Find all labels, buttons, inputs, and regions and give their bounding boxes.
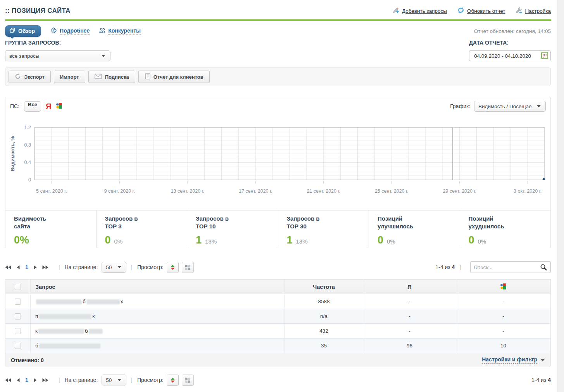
chevron-down-icon: [117, 266, 121, 268]
tab-competitors[interactable]: Конкуренты: [99, 27, 141, 35]
green-divider: [5, 19, 551, 21]
queries-table: Запрос Частота Я бх 8588 - - пк n/a - -: [5, 279, 551, 353]
yandex-position-cell: -: [363, 324, 456, 338]
query-cell-redacted: кб: [31, 324, 285, 338]
scrollbar-track[interactable]: [557, 0, 564, 392]
first-page-button[interactable]: [5, 265, 11, 269]
grid-view-button[interactable]: [182, 375, 194, 386]
table-row[interactable]: кб 432 - -: [5, 324, 551, 338]
pages-icon: [10, 28, 15, 34]
per-page-select[interactable]: 50: [102, 262, 126, 273]
svg-text:25 сент. 2020 г.: 25 сент. 2020 г.: [375, 188, 409, 194]
se-all-button[interactable]: Все: [24, 101, 41, 112]
pager-bottom: 1 | На странице: 50 | Просмотр: 1-4 из 4: [5, 374, 551, 386]
report-updated-text: Отчет обновлен: сегодня, 14:05: [474, 28, 551, 34]
svg-text:3 окт. 2020 г.: 3 окт. 2020 г.: [514, 188, 542, 194]
subscribe-button[interactable]: Подписка: [88, 71, 135, 83]
pencil-add-icon: [392, 7, 399, 15]
grid-icon: [185, 378, 190, 383]
table-row[interactable]: бх 8588 - -: [5, 294, 551, 309]
stat-top3: Запросов вТОР 3 00%: [96, 211, 187, 248]
refresh-report-link[interactable]: Обновить отчет: [457, 7, 505, 15]
stats-row: Видимостьсайта 0% Запросов вТОР 3 00% За…: [5, 210, 550, 248]
date-range-input[interactable]: 04.09.2020 - 04.10.2020: [469, 50, 551, 61]
row-checkbox[interactable]: [15, 328, 21, 334]
grid-icon: [185, 265, 190, 270]
page-number[interactable]: 1: [25, 377, 28, 383]
up-down-arrows-icon: [170, 264, 175, 270]
query-group-label: ГРУППА ЗАПРОСОВ:: [5, 40, 110, 47]
table-header-row: Запрос Частота Я: [5, 280, 551, 294]
query-cell-redacted: пк: [31, 309, 285, 324]
query-column-header[interactable]: Запрос: [31, 280, 285, 294]
google-position-cell: -: [456, 324, 551, 338]
content: :: ПОЗИЦИЯ САЙТА Добавить запросы Обнови…: [5, 0, 551, 386]
query-cell-redacted: б: [31, 338, 285, 353]
wrench-icon: [516, 7, 523, 15]
tab-overview[interactable]: Обзор: [5, 25, 41, 37]
people-icon: [99, 27, 105, 35]
page: :: ПОЗИЦИЯ САЙТА Добавить запросы Обнови…: [0, 0, 564, 392]
per-page-select[interactable]: 50: [102, 375, 126, 385]
pager-top: 1 | На странице: 50 | Просмотр: 1-4 из 4…: [5, 261, 551, 273]
query-group-select[interactable]: все запросы: [5, 50, 110, 61]
google-column-header[interactable]: [456, 280, 551, 294]
frequency-column-header[interactable]: Частота: [285, 280, 363, 294]
diamond-chevron-icon: [50, 27, 57, 35]
chart-panel-head: ПС: Все Я График: Видимость / Посещаемо: [5, 97, 550, 115]
google-icon[interactable]: [56, 102, 62, 110]
table-row[interactable]: б 35 96 10: [5, 338, 551, 353]
refresh-icon: [457, 7, 464, 15]
visibility-chart[interactable]: 5 сент. 2020 г.9 сент. 2020 г.13 сент. 2…: [5, 115, 550, 210]
settings-filter-link[interactable]: Настройки и фильтр: [482, 356, 545, 364]
stat-visibility: Видимостьсайта 0%: [5, 211, 96, 248]
filters-row: ГРУППА ЗАПРОСОВ: все запросы ДАТА ОТЧЕТА…: [5, 40, 551, 61]
sort-view-button[interactable]: [167, 375, 179, 386]
export-refresh-icon: [15, 73, 21, 81]
select-all-checkbox[interactable]: [15, 284, 21, 290]
last-page-button[interactable]: [42, 265, 48, 269]
table-row[interactable]: пк n/a - -: [5, 309, 551, 324]
yandex-position-cell: -: [363, 294, 456, 309]
yandex-column-header[interactable]: Я: [363, 280, 456, 294]
tab-details[interactable]: Подробнее: [50, 27, 90, 35]
search-input[interactable]: [471, 262, 536, 272]
header: :: ПОЗИЦИЯ САЙТА Добавить запросы Обнови…: [5, 4, 551, 18]
row-checkbox[interactable]: [15, 343, 21, 349]
calendar-icon[interactable]: [541, 52, 548, 60]
page-title: :: ПОЗИЦИЯ САЙТА: [5, 7, 71, 15]
google-position-cell: -: [456, 294, 551, 309]
client-report-button[interactable]: Отчет для клиентов: [138, 71, 210, 83]
frequency-cell: 8588: [285, 294, 363, 309]
svg-text:5 сент. 2020 г.: 5 сент. 2020 г.: [36, 188, 67, 194]
page-number[interactable]: 1: [25, 264, 28, 270]
next-page-button[interactable]: [34, 378, 37, 382]
prev-page-button[interactable]: [17, 265, 20, 269]
per-page-label: На странице:: [64, 377, 98, 383]
first-page-button[interactable]: [5, 378, 11, 382]
graph-type-select[interactable]: Видимость / Посещаемо: [474, 101, 546, 112]
settings-link[interactable]: Настройка: [516, 7, 551, 15]
export-button[interactable]: Экспорт: [9, 71, 51, 83]
result-range: 1-4 из 4: [435, 264, 455, 270]
query-cell-redacted: бх: [31, 294, 285, 309]
last-page-button[interactable]: [42, 378, 48, 382]
chevron-down-icon: [102, 55, 105, 57]
grid-view-button[interactable]: [182, 262, 194, 273]
add-queries-link[interactable]: Добавить запросы: [392, 7, 447, 15]
row-checkbox[interactable]: [15, 313, 21, 319]
svg-text:29 сент. 2020 г.: 29 сент. 2020 г.: [443, 188, 476, 194]
next-page-button[interactable]: [34, 265, 37, 269]
document-icon: [145, 73, 150, 81]
envelope-icon: [95, 74, 102, 80]
search-icon[interactable]: [536, 262, 550, 273]
yandex-position-cell: -: [363, 309, 456, 324]
import-button[interactable]: Импорт: [54, 71, 85, 83]
sort-view-button[interactable]: [167, 262, 179, 273]
google-position-cell: 10: [456, 338, 551, 353]
prev-page-button[interactable]: [17, 378, 20, 382]
svg-text:21 сент. 2020 г.: 21 сент. 2020 г.: [307, 188, 340, 194]
row-checkbox[interactable]: [15, 299, 21, 305]
toolbar: Экспорт Импорт Подписка Отчет для клиент…: [5, 67, 551, 86]
yandex-icon[interactable]: Я: [46, 102, 51, 111]
